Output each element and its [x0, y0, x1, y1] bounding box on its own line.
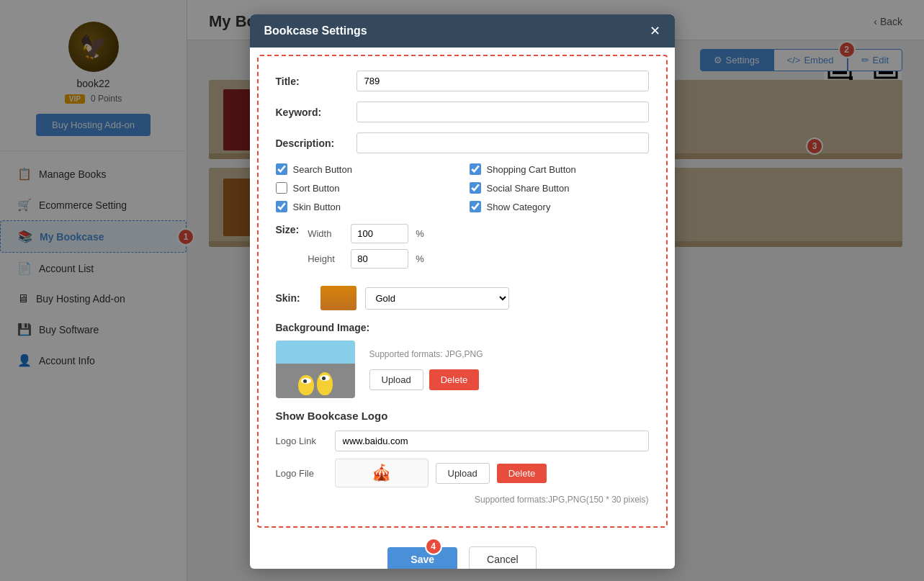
title-row: Title: — [276, 71, 649, 91]
logo-upload-button[interactable]: Upload — [436, 463, 490, 484]
logo-file-actions: 🎪 Upload Delete — [335, 459, 547, 487]
keyword-input[interactable] — [356, 102, 649, 122]
bg-upload-row: Supported formats: JPG,PNG Upload Delete — [276, 341, 649, 398]
size-section: Size: Width % Height % — [276, 224, 649, 274]
logo-link-label: Logo Link — [276, 436, 326, 446]
sort-btn-checkbox[interactable] — [276, 182, 287, 194]
logo-link-row: Logo Link — [276, 431, 649, 451]
skin-btn-label: Skin Button — [293, 202, 341, 212]
bg-image-actions: Supported formats: JPG,PNG Upload Delete — [369, 349, 483, 390]
skin-label: Skin: — [276, 292, 312, 304]
description-label: Description: — [276, 138, 348, 149]
checkbox-show-category: Show Category — [470, 201, 649, 212]
checkboxes-grid: Search Button Shopping Cart Button Sort … — [276, 163, 649, 212]
width-unit: % — [416, 228, 424, 239]
checkbox-sort-btn: Sort Button — [276, 182, 455, 194]
bookcase-settings-modal: Bookcase Settings ✕ Title: Keyword: Desc… — [250, 14, 675, 569]
logo-link-input[interactable] — [335, 431, 649, 451]
title-input[interactable] — [356, 71, 649, 91]
width-label: Width — [308, 228, 344, 239]
title-label: Title: — [276, 76, 348, 87]
modal-header: Bookcase Settings ✕ — [250, 14, 675, 48]
shopping-cart-label: Shopping Cart Button — [487, 164, 576, 175]
logo-preview: 🎪 — [335, 459, 429, 487]
description-row: Description: — [276, 132, 649, 153]
annotation-4: 4 — [425, 538, 442, 555]
keyword-row: Keyword: — [276, 102, 649, 122]
bg-delete-button[interactable]: Delete — [429, 369, 480, 390]
height-label: Height — [308, 253, 344, 264]
bg-upload-button[interactable]: Upload — [369, 369, 423, 390]
width-row: Width % — [308, 224, 424, 243]
modal-close-button[interactable]: ✕ — [650, 24, 660, 37]
keyword-label: Keyword: — [276, 107, 348, 118]
skin-preview — [320, 286, 356, 310]
checkbox-social-share: Social Share Button — [470, 182, 649, 194]
logo-file-row: Logo File 🎪 Upload Delete — [276, 459, 649, 487]
bg-image-section: Background Image: — [276, 322, 649, 398]
shopping-cart-checkbox[interactable] — [470, 163, 481, 175]
bg-image-label: Background Image: — [276, 322, 649, 333]
search-btn-label: Search Button — [293, 164, 352, 175]
sort-btn-label: Sort Button — [293, 183, 340, 194]
bg-image-preview — [276, 341, 355, 398]
skin-select[interactable]: Gold Silver Blue Dark — [365, 287, 509, 310]
height-input[interactable] — [351, 249, 408, 269]
logo-delete-button[interactable]: Delete — [497, 464, 547, 483]
modal-footer: 4 Save Cancel — [250, 535, 675, 569]
checkbox-shopping-cart: Shopping Cart Button — [470, 163, 649, 175]
logo-format-text: Supported formats:JPG,PNG(150 * 30 pixei… — [276, 495, 649, 505]
size-label: Size: — [276, 224, 300, 235]
show-category-checkbox[interactable] — [470, 201, 481, 212]
height-unit: % — [416, 253, 424, 264]
description-input[interactable] — [356, 132, 649, 153]
modal-body: Title: Keyword: Description: Search Butt… — [257, 55, 668, 528]
social-share-label: Social Share Button — [487, 183, 570, 194]
logo-section: Show Bookcase Logo Logo Link Logo File 🎪… — [276, 410, 649, 505]
checkbox-skin-btn: Skin Button — [276, 201, 455, 212]
social-share-checkbox[interactable] — [470, 182, 481, 194]
modal-title: Bookcase Settings — [264, 24, 367, 37]
checkbox-search-btn: Search Button — [276, 163, 455, 175]
modal-overlay: Bookcase Settings ✕ Title: Keyword: Desc… — [0, 0, 924, 581]
search-btn-checkbox[interactable] — [276, 163, 287, 175]
skin-row: Skin: Gold Silver Blue Dark — [276, 286, 649, 310]
cancel-button[interactable]: Cancel — [469, 546, 537, 569]
logo-file-label: Logo File — [276, 468, 326, 479]
skin-btn-checkbox[interactable] — [276, 201, 287, 212]
logo-title: Show Bookcase Logo — [276, 410, 649, 422]
width-input[interactable] — [351, 224, 408, 243]
show-category-label: Show Category — [487, 202, 551, 212]
height-row: Height % — [308, 249, 424, 269]
bg-format-text: Supported formats: JPG,PNG — [369, 349, 483, 359]
save-button[interactable]: Save — [387, 547, 457, 569]
